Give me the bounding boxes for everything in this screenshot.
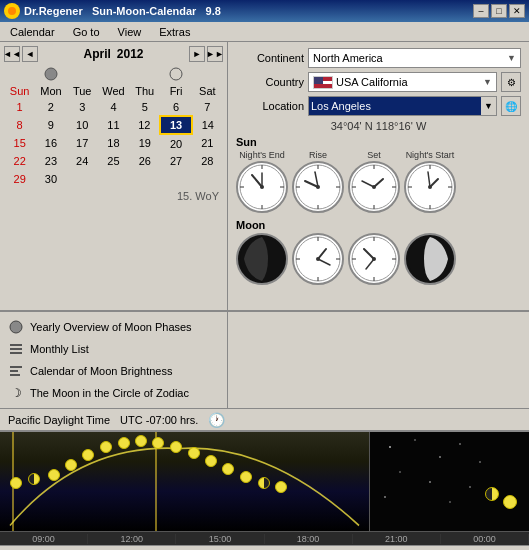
menu-goto[interactable]: Go to [65,24,108,40]
calendar-day[interactable]: 5 [129,98,160,116]
title-bar: Dr.Regener Sun-Moon-Calendar 9.8 – □ ✕ [0,0,529,22]
country-value: USA California [336,76,483,88]
calendar-day[interactable]: 19 [129,134,160,152]
svg-point-19 [316,185,320,189]
location-arrow-icon: ▼ [481,97,496,115]
calendar-day[interactable]: 23 [35,152,66,170]
flag-icon [313,76,333,89]
moon-clock-2 [348,233,400,285]
calendar-day[interactable]: 13 [160,116,191,134]
svg-rect-56 [10,348,22,350]
calendar-day[interactable]: 15 [4,134,35,152]
calendar-day[interactable]: 12 [129,116,160,134]
timezone-utc: UTC -07:00 hrs. [120,414,198,426]
minimize-button[interactable]: – [473,4,489,18]
calendar-day[interactable]: 22 [4,152,35,170]
calendar-month: April [83,47,110,61]
calendar-day[interactable]: 3 [67,98,98,116]
calendar-day[interactable]: 17 [67,134,98,152]
calendar-day[interactable]: 10 [67,116,98,134]
next-month-button[interactable]: ► [189,46,205,62]
moon-section: Moon [236,219,521,285]
menu-item-zodiac-label: The Moon in the Circle of Zodiac [30,387,189,399]
sun-rise: Rise [292,150,344,213]
sun-section: Sun Night's End [236,136,521,213]
calendar-day[interactable]: 11 [98,116,129,134]
country-settings-button[interactable]: ⚙ [501,72,521,92]
chart-inner [0,432,529,531]
calendar-day[interactable]: 4 [98,98,129,116]
calendar-day[interactable]: 29 [4,170,35,188]
menu-item-moon-phases-label: Yearly Overview of Moon Phases [30,321,192,333]
day-header-sun: Sun [4,84,35,98]
country-dropdown[interactable]: USA California ▼ [308,72,497,92]
location-dropdown[interactable]: Los Angeles ▼ [308,96,497,116]
sun-clocks-row: Night's End [236,150,521,213]
day-header-thu: Thu [129,84,160,98]
svg-point-62 [414,439,416,441]
svg-point-54 [10,321,22,333]
close-button[interactable]: ✕ [509,4,525,18]
calendar-day[interactable]: 25 [98,152,129,170]
location-settings-button[interactable]: 🌐 [501,96,521,116]
sun-nights-end: Night's End [236,150,288,213]
svg-rect-57 [10,352,22,354]
day-header-fri: Fri [160,84,191,98]
calendar-day[interactable]: 9 [35,116,66,134]
maximize-button[interactable]: □ [491,4,507,18]
calendar-day[interactable]: 26 [129,152,160,170]
next-year-button[interactable]: ►► [207,46,223,62]
calendar-year: 2012 [117,47,144,61]
calendar-day[interactable]: 2 [35,98,66,116]
menu-item-brightness[interactable]: Calendar of Moon Brightness [4,360,223,382]
chart-time-bar: 09:00 12:00 15:00 18:00 21:00 00:00 [0,531,529,545]
menu-calendar[interactable]: Calendar [2,24,63,40]
menu-item-moon-phases[interactable]: Yearly Overview of Moon Phases [4,316,223,338]
title-bar-text: Dr.Regener Sun-Moon-Calendar 9.8 [24,5,469,17]
moon-dot-5 [82,449,94,461]
prev-year-button[interactable]: ◄◄ [4,46,20,62]
continent-dropdown[interactable]: North America ▼ [308,48,521,68]
svg-rect-60 [10,374,20,376]
menu-view[interactable]: View [110,24,150,40]
calendar-day[interactable]: 1 [4,98,35,116]
calendar-grid: Sun Mon Tue Wed Thu Fri Sat 123456789101… [4,66,223,188]
calendar-day[interactable]: 18 [98,134,129,152]
prev-month-button[interactable]: ◄ [22,46,38,62]
moon-image-phase [404,233,456,285]
moon-clock-1 [292,233,344,285]
day-header-mon: Mon [35,84,66,98]
right-bottom-panel [228,311,529,408]
calendar-day[interactable]: 7 [192,98,223,116]
menu-item-monthly-list[interactable]: Monthly List [4,338,223,360]
calendar-day[interactable]: 14 [192,116,223,134]
menu-extras[interactable]: Extras [151,24,198,40]
calendar-day[interactable]: 20 [160,134,191,152]
chart-left [0,432,370,531]
calendar-day[interactable]: 28 [192,152,223,170]
moon-image-dark [236,233,288,285]
calendar-day[interactable]: 24 [67,152,98,170]
calendar-day[interactable]: 27 [160,152,191,170]
main-content: ◄◄ ◄ April 2012 ► ►► [0,42,529,310]
calendar-day[interactable]: 6 [160,98,191,116]
timezone-icon: 🕐 [208,412,225,428]
location-value: Los Angeles [309,99,481,113]
info-panel: Continent North America ▼ Country USA Ca… [228,42,529,310]
menu-list: Yearly Overview of Moon Phases Monthly L… [4,316,223,404]
svg-point-52 [372,257,376,261]
calendar-day[interactable]: 30 [35,170,66,188]
location-row: Location Los Angeles ▼ 🌐 [236,96,521,116]
time-09: 09:00 [0,534,88,544]
moon-dot-4 [65,459,77,471]
calendar-day[interactable]: 21 [192,134,223,152]
menu-item-zodiac[interactable]: ☽ The Moon in the Circle of Zodiac [4,382,223,404]
calendar-day[interactable]: 16 [35,134,66,152]
set-clock [348,161,400,213]
calendar-day [129,170,160,188]
calendar-day [160,170,191,188]
moon-clocks-row [236,233,521,285]
svg-point-66 [399,471,401,473]
day-header-tue: Tue [67,84,98,98]
calendar-day[interactable]: 8 [4,116,35,134]
